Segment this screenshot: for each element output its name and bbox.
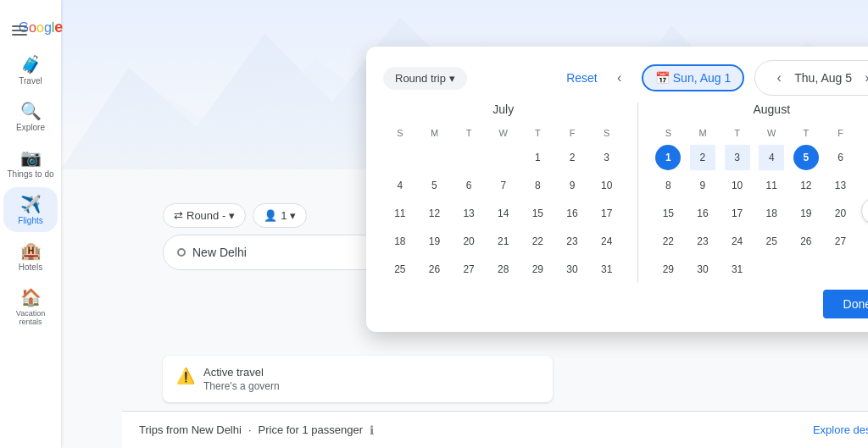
vacation-icon: 🏠 [20, 287, 42, 307]
jul-6[interactable]: 6 [456, 173, 481, 198]
calendar-icon-start: 📅 [655, 71, 670, 85]
aug-3[interactable]: 3 [725, 145, 750, 170]
aug-23[interactable]: 23 [690, 229, 715, 254]
sidebar-item-explore[interactable]: 🔍 Explore [3, 94, 58, 139]
aug-2[interactable]: 2 [690, 145, 715, 170]
sidebar-item-hotels-label: Hotels [19, 263, 42, 272]
jul-25[interactable]: 25 [387, 257, 413, 282]
explore-icon: 🔍 [20, 101, 42, 121]
hamburger-menu[interactable] [8, 22, 31, 39]
aug-30[interactable]: 30 [690, 257, 715, 282]
jul-28[interactable]: 28 [491, 257, 516, 282]
aug-12[interactable]: 12 [793, 173, 819, 198]
jul-22[interactable]: 22 [525, 229, 550, 254]
info-icon[interactable]: ℹ [370, 423, 374, 437]
calendar-modal: Round trip ▾ Reset ‹ 📅 Sun, Aug 1 ‹ Thu,… [366, 47, 868, 332]
sidebar-item-hotels[interactable]: 🏨 Hotels [3, 234, 58, 279]
sidebar-item-vacation-rentals[interactable]: 🏠 Vacation rentals [3, 280, 58, 333]
jul-29[interactable]: 29 [525, 257, 550, 282]
sidebar-item-flights[interactable]: ✈️ Flights [3, 187, 58, 232]
aug-29[interactable]: 29 [655, 257, 681, 282]
end-date-display[interactable]: ‹ Thu, Aug 5 › [754, 60, 868, 96]
aug-13[interactable]: 13 [828, 173, 854, 198]
aug-22[interactable]: 22 [655, 229, 681, 254]
jul-9[interactable]: 9 [559, 173, 585, 198]
dow-s1: S [383, 124, 417, 143]
jul-19[interactable]: 19 [421, 229, 447, 254]
sidebar-item-flights-label: Flights [18, 216, 42, 225]
aug-7[interactable]: 7 [862, 145, 868, 170]
aug-15[interactable]: 15 [655, 201, 681, 226]
jul-12[interactable]: 12 [421, 201, 447, 226]
aug-empty-3 [828, 257, 854, 282]
jul-10[interactable]: 10 [594, 173, 620, 198]
aug-6[interactable]: 6 [828, 145, 854, 170]
aug-27[interactable]: 27 [828, 229, 854, 254]
explore-destinations-button[interactable]: Explore destinations [813, 423, 868, 436]
prev-month-button[interactable]: ‹ [608, 66, 632, 90]
start-date-text: Sun, Aug 1 [673, 71, 732, 85]
prev-end-date[interactable]: ‹ [767, 66, 791, 90]
jul-18[interactable]: 18 [387, 229, 413, 254]
jul-empty-1 [387, 145, 413, 170]
aug-19[interactable]: 19 [793, 201, 819, 226]
jul-17[interactable]: 17 [594, 201, 620, 226]
jul-26[interactable]: 26 [421, 257, 447, 282]
aug-25[interactable]: 25 [759, 229, 784, 254]
trip-type-dropdown[interactable]: Round trip ▾ [383, 67, 467, 90]
passenger-button[interactable]: 👤 1 ▾ [253, 203, 307, 228]
jul-2[interactable]: 2 [559, 145, 585, 170]
aug-28[interactable]: 28 [862, 229, 868, 254]
aug-11[interactable]: 11 [759, 173, 784, 198]
jul-3[interactable]: 3 [594, 145, 620, 170]
jul-21[interactable]: 21 [491, 229, 516, 254]
jul-8[interactable]: 8 [525, 173, 550, 198]
price-label: Price for 1 passenger [259, 423, 364, 436]
trip-type-button[interactable]: ⇄ Round - ▾ [163, 203, 246, 228]
aug-10[interactable]: 10 [725, 173, 750, 198]
aug-4[interactable]: 4 [759, 145, 784, 170]
aug-26[interactable]: 26 [793, 229, 819, 254]
sidebar-item-things-to-do[interactable]: 📷 Things to do [3, 141, 58, 185]
aug-empty-2 [793, 257, 819, 282]
jul-13[interactable]: 13 [456, 201, 481, 226]
jul-14[interactable]: 14 [491, 201, 516, 226]
aug-24[interactable]: 24 [725, 229, 750, 254]
aug-9[interactable]: 9 [690, 173, 715, 198]
trip-type-chevron: ▾ [229, 209, 235, 222]
jul-1[interactable]: 1 [525, 145, 550, 170]
aug-14[interactable]: 14 [862, 173, 868, 198]
aug-20[interactable]: 20 [828, 201, 854, 226]
jul-4[interactable]: 4 [387, 173, 413, 198]
alert-icon: ⚠️ [176, 367, 195, 385]
done-button[interactable]: Done [823, 290, 868, 318]
next-end-date[interactable]: › [855, 66, 868, 90]
aug-8[interactable]: 8 [655, 173, 681, 198]
jul-20[interactable]: 20 [456, 229, 481, 254]
aug-dow-t2: T [789, 124, 823, 143]
august-grid: S M T W T F S 1 2 3 4 5 6 7 8 [652, 124, 869, 283]
jul-24[interactable]: 24 [594, 229, 620, 254]
jul-5[interactable]: 5 [421, 173, 447, 198]
calendar-grids: July S M T W T F S 1 2 3 [366, 102, 868, 283]
aug-18[interactable]: 18 [759, 201, 784, 226]
jul-16[interactable]: 16 [559, 201, 585, 226]
jul-15[interactable]: 15 [525, 201, 550, 226]
start-date-display[interactable]: 📅 Sun, Aug 1 [642, 64, 745, 91]
aug-1[interactable]: 1 [655, 145, 681, 170]
aug-31[interactable]: 31 [725, 257, 750, 282]
aug-5[interactable]: 5 [793, 145, 819, 170]
jul-empty-2 [421, 145, 447, 170]
jul-11[interactable]: 11 [387, 201, 413, 226]
person-icon: 👤 [264, 209, 277, 222]
aug-16[interactable]: 16 [690, 201, 715, 226]
jul-23[interactable]: 23 [559, 229, 585, 254]
sidebar-item-travel[interactable]: 🧳 Travel [3, 47, 58, 92]
jul-31[interactable]: 31 [594, 257, 620, 282]
reset-button[interactable]: Reset [566, 71, 598, 85]
origin-value: New Delhi [192, 246, 247, 259]
jul-30[interactable]: 30 [559, 257, 585, 282]
jul-7[interactable]: 7 [491, 173, 516, 198]
aug-17[interactable]: 17 [725, 201, 750, 226]
jul-27[interactable]: 27 [456, 257, 481, 282]
